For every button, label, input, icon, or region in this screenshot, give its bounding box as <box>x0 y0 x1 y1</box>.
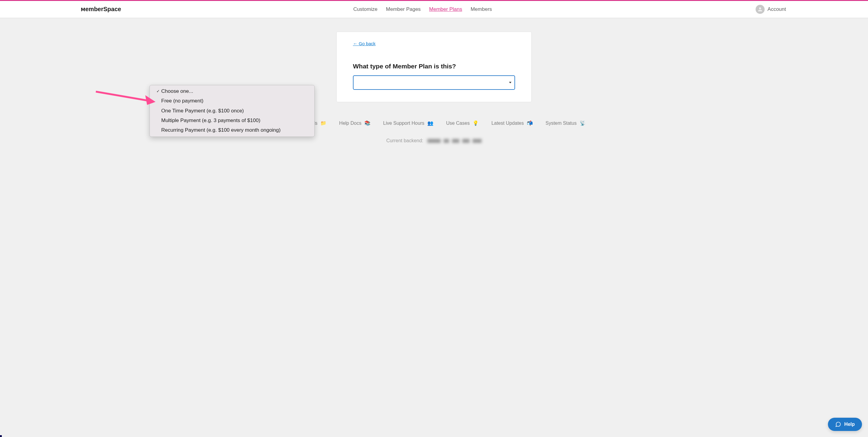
nav-customize[interactable]: Customize <box>353 6 377 12</box>
account-menu[interactable]: Account <box>755 5 786 14</box>
dropdown-option-label: Multiple Payment (e.g. 3 payments of $10… <box>161 117 260 124</box>
backend-info: Current backend: <box>0 138 868 144</box>
footer-help-docs[interactable]: Help Docs 📚 <box>339 120 370 126</box>
footer-live-support[interactable]: Live Support Hours 👥 <box>383 120 433 126</box>
header: ᴍemberSpace Customize Member Pages Membe… <box>0 1 868 18</box>
help-button-label: Help <box>844 422 855 427</box>
help-button[interactable]: Help <box>828 418 862 431</box>
go-back-link[interactable]: ← Go back <box>353 41 375 46</box>
footer-use-cases[interactable]: Use Cases 💡 <box>446 120 478 126</box>
plan-type-dropdown: ✓ Choose one... Free (no payment) One Ti… <box>150 85 315 137</box>
content-area: ← Go back What type of Member Plan is th… <box>0 18 868 102</box>
plan-type-question: What type of Member Plan is this? <box>353 63 515 70</box>
satellite-icon: 📡 <box>580 120 586 126</box>
dropdown-option-choose[interactable]: ✓ Choose one... <box>150 87 314 96</box>
dropdown-option-label: Free (no payment) <box>161 97 204 105</box>
dropdown-option-label: Choose one... <box>161 87 193 95</box>
mailbox-icon: 📬 <box>527 120 533 126</box>
dropdown-option-label: Recurring Payment (e.g. $100 every month… <box>161 126 281 134</box>
books-icon: 📚 <box>364 120 370 126</box>
footer-links: Free Downloads 📁 Help Docs 📚 Live Suppor… <box>0 120 868 126</box>
checkmark-icon: ✓ <box>156 88 161 94</box>
dropdown-option-label: One Time Payment (e.g. $100 once) <box>161 107 244 115</box>
footer-system-status[interactable]: System Status 📡 <box>546 120 586 126</box>
backend-value-blurred <box>427 139 482 143</box>
chat-icon <box>835 421 841 427</box>
plan-type-card: ← Go back What type of Member Plan is th… <box>336 32 532 102</box>
dropdown-option-free[interactable]: Free (no payment) <box>150 96 314 106</box>
dropdown-option-recurring[interactable]: Recurring Payment (e.g. $100 every month… <box>150 125 314 135</box>
dropdown-option-onetime[interactable]: One Time Payment (e.g. $100 once) <box>150 106 314 116</box>
bulb-icon: 💡 <box>472 120 478 126</box>
dropdown-option-multiple[interactable]: Multiple Payment (e.g. 3 payments of $10… <box>150 116 314 125</box>
footer-latest-updates[interactable]: Latest Updates 📬 <box>491 120 533 126</box>
bottom-edge-decoration <box>0 435 2 437</box>
main-nav: Customize Member Pages Member Plans Memb… <box>90 6 755 12</box>
backend-label: Current backend: <box>386 138 424 144</box>
chevron-down-icon <box>509 82 512 84</box>
nav-member-pages[interactable]: Member Pages <box>386 6 421 12</box>
plan-type-select[interactable] <box>353 75 515 90</box>
people-icon: 👥 <box>427 120 433 126</box>
avatar-icon <box>755 5 765 14</box>
nav-members[interactable]: Members <box>470 6 492 12</box>
nav-member-plans[interactable]: Member Plans <box>429 6 462 12</box>
account-label: Account <box>768 6 786 12</box>
folder-icon: 📁 <box>320 120 327 126</box>
